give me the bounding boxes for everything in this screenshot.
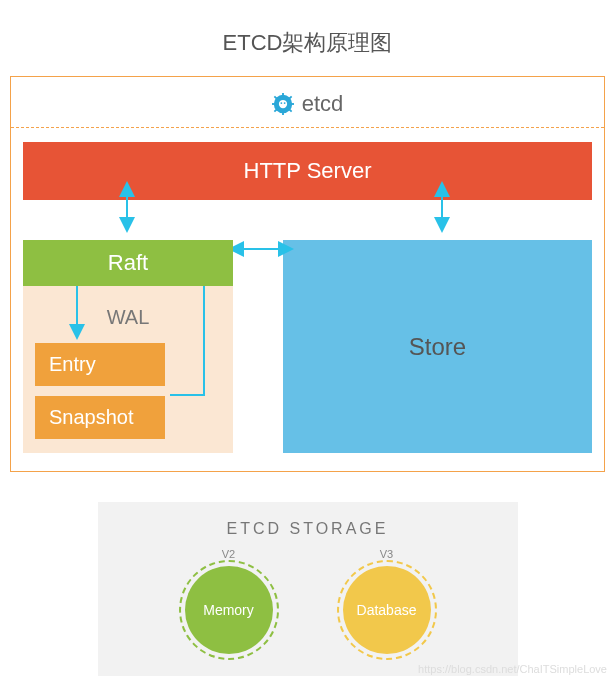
database-circle: Database xyxy=(343,566,431,654)
architecture-container: etcd HTTP Server Raft WAL Entry xyxy=(10,76,605,472)
svg-rect-7 xyxy=(290,103,294,105)
storage-title: ETCD STORAGE xyxy=(98,520,518,538)
svg-point-1 xyxy=(279,100,287,108)
svg-rect-4 xyxy=(282,93,284,97)
storage-v2: V2 Memory xyxy=(185,548,273,654)
watermark: https://blog.csdn.net/ChaITSimpleLove xyxy=(418,663,607,675)
etcd-label: etcd xyxy=(302,91,344,117)
storage-panel: ETCD STORAGE V2 Memory V3 Database xyxy=(98,502,518,676)
svg-point-3 xyxy=(283,102,285,104)
snapshot-block: Snapshot xyxy=(35,396,165,439)
entry-block: Entry xyxy=(35,343,165,386)
v3-label: V3 xyxy=(343,548,431,560)
etcd-header: etcd xyxy=(11,77,604,128)
wal-title: WAL xyxy=(35,300,221,343)
svg-point-2 xyxy=(280,102,282,104)
raft-block: Raft xyxy=(23,240,233,286)
http-server-block: HTTP Server xyxy=(23,142,592,200)
store-block: Store xyxy=(283,240,592,453)
diagram-title: ETCD架构原理图 xyxy=(0,0,615,76)
wal-container: WAL Entry Snapshot xyxy=(23,286,233,453)
svg-rect-5 xyxy=(282,111,284,115)
svg-rect-6 xyxy=(272,103,276,105)
gear-icon xyxy=(272,93,294,115)
memory-circle: Memory xyxy=(185,566,273,654)
v2-label: V2 xyxy=(185,548,273,560)
storage-v3: V3 Database xyxy=(343,548,431,654)
